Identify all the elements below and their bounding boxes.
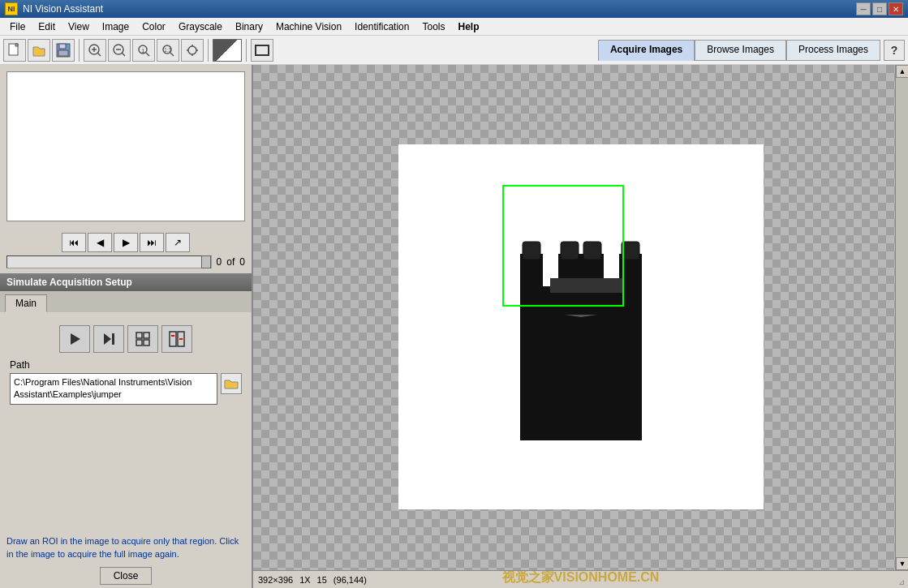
nav-next-button[interactable]: ▶ — [114, 233, 138, 252]
svg-rect-39 — [583, 242, 601, 260]
nav-button-row: ⏮ ◀ ▶ ⏭ ↗ — [62, 233, 190, 252]
scroll-up-button[interactable]: ▲ — [896, 65, 908, 78]
zoom-fit-button[interactable]: 1 — [132, 39, 155, 62]
svg-marker-22 — [71, 333, 80, 345]
resize-handle[interactable]: ⊿ — [895, 575, 908, 588]
zoom-actual-button[interactable]: 1:1 — [157, 39, 179, 62]
svg-rect-3 — [58, 50, 68, 56]
info-text: Draw an ROI in the image to acquire only… — [0, 532, 252, 564]
scroll-track-vertical[interactable] — [896, 78, 908, 557]
svg-rect-42 — [550, 278, 623, 293]
menu-binary[interactable]: Binary — [229, 18, 269, 36]
canvas-area[interactable] — [253, 65, 908, 588]
nav-slider-row: 0 of 0 — [6, 255, 245, 268]
save-button[interactable] — [52, 39, 75, 62]
acq-play-button[interactable] — [59, 325, 90, 353]
svg-rect-24 — [112, 333, 114, 345]
svg-marker-23 — [104, 333, 111, 345]
app-icon: NI — [5, 2, 18, 15]
menu-tools[interactable]: Tools — [415, 18, 451, 36]
svg-rect-26 — [144, 333, 149, 338]
process-images-button[interactable]: Process Images — [786, 40, 880, 61]
zoom-level: 1X — [299, 575, 310, 585]
nav-prev-button[interactable]: ◀ — [88, 233, 112, 252]
jumper-image — [492, 197, 670, 457]
svg-rect-25 — [136, 333, 142, 338]
navigation-controls: ⏮ ◀ ▶ ⏭ ↗ 0 of 0 — [0, 228, 252, 273]
svg-point-17 — [188, 46, 196, 54]
close-button[interactable]: Close — [100, 567, 153, 585]
menu-edit[interactable]: Edit — [32, 18, 62, 36]
menu-machine-vision[interactable]: Machine Vision — [269, 18, 348, 36]
menu-view[interactable]: View — [62, 18, 96, 36]
path-label: Path — [10, 359, 242, 371]
svg-text:1:1: 1:1 — [164, 47, 172, 53]
path-section: Path C:\Program Files\National Instrumen… — [6, 359, 245, 405]
close-button-row: Close — [0, 564, 252, 588]
nav-last-button[interactable]: ⏭ — [140, 233, 164, 252]
frame-slider[interactable] — [6, 255, 212, 268]
roi-rect-button[interactable] — [251, 39, 273, 62]
path-input[interactable]: C:\Program Files\National Instruments\Vi… — [10, 373, 217, 405]
acquisition-buttons — [6, 325, 245, 353]
svg-rect-27 — [136, 340, 142, 346]
watermark: 视觉之家VISIONHOME.CN — [502, 569, 660, 586]
image-dimensions: 392×396 — [258, 575, 293, 585]
svg-rect-2 — [59, 44, 66, 49]
menu-file[interactable]: File — [3, 18, 32, 36]
frame-separator: of — [226, 256, 235, 268]
new-button[interactable] — [3, 39, 26, 62]
right-scrollbar: ▲ ▼ — [895, 65, 908, 570]
maximize-button[interactable]: □ — [872, 2, 887, 15]
svg-rect-28 — [144, 340, 149, 346]
toolbar-separator-2 — [208, 39, 209, 62]
svg-text:1: 1 — [141, 47, 145, 54]
acq-settings-button[interactable] — [161, 325, 192, 353]
image-preview — [6, 71, 245, 221]
window-controls: ─ □ ✕ — [856, 2, 903, 15]
menu-bar: File Edit View Image Color Grayscale Bin… — [0, 18, 908, 36]
window-title: NI Vision Assistant — [23, 3, 856, 15]
path-input-row: C:\Program Files\National Instruments\Vi… — [10, 373, 242, 405]
acquire-images-button[interactable]: Acquire Images — [598, 40, 695, 61]
pan-button[interactable] — [181, 39, 204, 62]
svg-line-9 — [122, 53, 125, 56]
frame-number: 15 — [317, 575, 327, 585]
setup-content: Path C:\Program Files\National Instrumen… — [0, 312, 252, 411]
nav-export-button[interactable]: ↗ — [166, 233, 190, 252]
zoom-out-button[interactable] — [108, 39, 131, 62]
mode-buttons: Acquire Images Browse Images Process Ima… — [598, 40, 905, 61]
svg-rect-29 — [170, 332, 176, 346]
right-panel[interactable]: ▲ ▼ ◄ ► 392×396 1X 15 (96,144) 视觉之家VISIO… — [253, 65, 908, 588]
svg-rect-41 — [622, 242, 639, 260]
acq-grid-button[interactable] — [127, 325, 158, 353]
nav-first-button[interactable]: ⏮ — [62, 233, 86, 252]
help-button[interactable]: ? — [884, 40, 905, 61]
svg-rect-37 — [561, 242, 579, 260]
setup-tabs: Main — [0, 291, 252, 312]
toolbar-separator-3 — [246, 39, 247, 62]
svg-rect-35 — [523, 242, 540, 260]
browse-images-button[interactable]: Browse Images — [695, 40, 786, 61]
close-button[interactable]: ✕ — [889, 2, 903, 15]
toolbar-separator-1 — [79, 39, 80, 62]
color-picker[interactable] — [213, 39, 242, 62]
browse-folder-button[interactable] — [221, 373, 242, 394]
svg-line-5 — [97, 53, 101, 56]
menu-help[interactable]: Help — [452, 18, 486, 36]
acq-step-button[interactable] — [93, 325, 124, 353]
menu-image[interactable]: Image — [96, 18, 136, 36]
main-layout: ⏮ ◀ ▶ ⏭ ↗ 0 of 0 Simulate Acquisition Se… — [0, 65, 908, 588]
tab-main[interactable]: Main — [5, 294, 47, 312]
menu-grayscale[interactable]: Grayscale — [172, 18, 229, 36]
menu-color[interactable]: Color — [136, 18, 172, 36]
toolbar: 1 1:1 Acquire Images Browse Images Proce… — [0, 36, 908, 65]
zoom-in-button[interactable] — [84, 39, 106, 62]
menu-identification[interactable]: Identification — [348, 18, 415, 36]
minimize-button[interactable]: ─ — [856, 2, 871, 15]
title-bar: NI NI Vision Assistant ─ □ ✕ — [0, 0, 908, 18]
setup-panel: Simulate Acquisition Setup Main — [0, 273, 252, 588]
scroll-down-button[interactable]: ▼ — [896, 557, 908, 570]
left-panel: ⏮ ◀ ▶ ⏭ ↗ 0 of 0 Simulate Acquisition Se… — [0, 65, 253, 588]
open-button[interactable] — [28, 39, 50, 62]
